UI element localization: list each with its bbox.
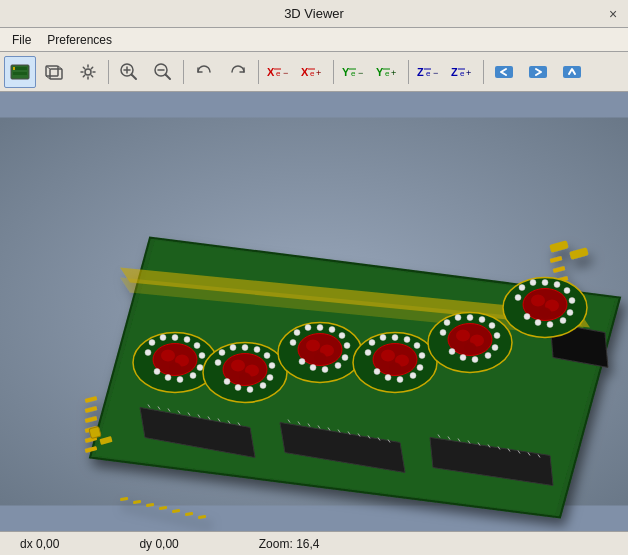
svg-point-150 <box>392 335 398 341</box>
dx-value: 0,00 <box>36 537 59 551</box>
toolbar-nav-right[interactable] <box>522 56 554 88</box>
svg-point-174 <box>460 355 466 361</box>
svg-point-190 <box>547 322 553 328</box>
svg-rect-203 <box>185 512 193 516</box>
dx-label: dx <box>20 537 33 551</box>
separator-6 <box>483 60 484 84</box>
toolbar-x-axis-pos[interactable]: X e + <box>297 56 329 88</box>
toolbar-z-axis-neg[interactable]: Z e − <box>413 56 445 88</box>
toolbar: X e − X e + Y e − Y e + <box>0 52 628 92</box>
svg-text:e: e <box>426 69 431 78</box>
svg-point-158 <box>374 369 380 375</box>
toolbar-x-axis-neg[interactable]: X e − <box>263 56 295 88</box>
svg-point-188 <box>567 310 573 316</box>
toolbar-z-axis-pos[interactable]: Z e + <box>447 56 479 88</box>
svg-point-98 <box>160 335 166 341</box>
svg-point-151 <box>404 337 410 343</box>
toolbar-y-axis-pos[interactable]: Y e + <box>372 56 404 88</box>
toolbar-rotate-right[interactable] <box>222 56 254 88</box>
toolbar-zoom-out[interactable] <box>147 56 179 88</box>
svg-point-152 <box>414 343 420 349</box>
status-dy: dy 0,00 <box>139 537 178 551</box>
svg-rect-204 <box>198 515 206 519</box>
dy-value: 0,00 <box>155 537 178 551</box>
svg-point-165 <box>444 320 450 326</box>
svg-text:−: − <box>283 68 288 78</box>
svg-point-138 <box>335 363 341 369</box>
svg-point-195 <box>539 308 551 318</box>
svg-text:+: + <box>391 68 396 78</box>
close-button[interactable]: × <box>604 5 622 23</box>
status-zoom: Zoom: 16,4 <box>259 537 320 551</box>
svg-point-127 <box>239 373 251 383</box>
y-pos-icon: Y e + <box>375 61 401 83</box>
svg-point-183 <box>530 280 536 286</box>
svg-text:+: + <box>466 68 471 78</box>
svg-point-148 <box>369 340 375 346</box>
svg-text:e: e <box>460 69 465 78</box>
status-dx: dx 0,00 <box>20 537 59 551</box>
svg-rect-2 <box>13 72 27 75</box>
svg-point-170 <box>494 333 500 339</box>
svg-point-184 <box>542 280 548 286</box>
svg-point-149 <box>380 335 386 341</box>
separator-1 <box>108 60 109 84</box>
svg-point-113 <box>215 360 221 366</box>
svg-text:Y: Y <box>342 66 350 78</box>
svg-rect-1 <box>13 67 27 70</box>
svg-point-144 <box>314 353 326 363</box>
svg-rect-206 <box>89 426 101 438</box>
window-title: 3D Viewer <box>284 6 344 21</box>
svg-text:−: − <box>433 68 438 78</box>
toolbar-board-view[interactable] <box>4 56 36 88</box>
menu-bar: File Preferences <box>0 28 628 52</box>
svg-point-175 <box>449 349 455 355</box>
svg-text:e: e <box>385 69 390 78</box>
toolbar-zoom-in[interactable] <box>113 56 145 88</box>
svg-point-133 <box>317 325 323 331</box>
svg-rect-42 <box>529 66 547 78</box>
svg-point-132 <box>305 325 311 331</box>
svg-text:e: e <box>351 69 356 78</box>
svg-point-100 <box>184 337 190 343</box>
toolbar-nav-up[interactable] <box>556 56 588 88</box>
x-neg-icon: X e − <box>266 61 292 83</box>
zoom-label: Zoom: <box>259 537 293 551</box>
svg-point-106 <box>165 375 171 381</box>
svg-point-105 <box>177 377 183 383</box>
separator-5 <box>408 60 409 84</box>
svg-point-173 <box>472 357 478 363</box>
svg-point-119 <box>269 363 275 369</box>
svg-point-117 <box>254 347 260 353</box>
ortho-icon <box>43 61 65 83</box>
gear-icon <box>77 61 99 83</box>
svg-point-155 <box>410 373 416 379</box>
toolbar-nav-left[interactable] <box>488 56 520 88</box>
svg-point-186 <box>564 288 570 294</box>
svg-rect-3 <box>13 67 15 70</box>
svg-point-182 <box>519 285 525 291</box>
svg-rect-202 <box>172 509 180 513</box>
svg-point-171 <box>492 345 498 351</box>
status-bar: dx 0,00 dy 0,00 Zoom: 16,4 <box>0 531 628 555</box>
rotate-left-icon <box>193 61 215 83</box>
menu-file[interactable]: File <box>4 31 39 49</box>
svg-rect-5 <box>50 69 62 79</box>
menu-preferences[interactable]: Preferences <box>39 31 120 49</box>
svg-text:Y: Y <box>376 66 384 78</box>
toolbar-rotate-left[interactable] <box>188 56 220 88</box>
svg-point-141 <box>299 359 305 365</box>
svg-text:Z: Z <box>417 66 424 78</box>
toolbar-settings[interactable] <box>72 56 104 88</box>
svg-point-102 <box>199 353 205 359</box>
svg-point-185 <box>554 282 560 288</box>
toolbar-ortho[interactable] <box>38 56 70 88</box>
3d-viewport[interactable] <box>0 92 628 531</box>
toolbar-y-axis-neg[interactable]: Y e − <box>338 56 370 88</box>
zoom-in-icon <box>118 61 140 83</box>
svg-rect-201 <box>159 506 167 510</box>
svg-point-124 <box>224 379 230 385</box>
svg-point-166 <box>455 315 461 321</box>
svg-text:e: e <box>276 69 281 78</box>
svg-point-125 <box>231 360 245 372</box>
